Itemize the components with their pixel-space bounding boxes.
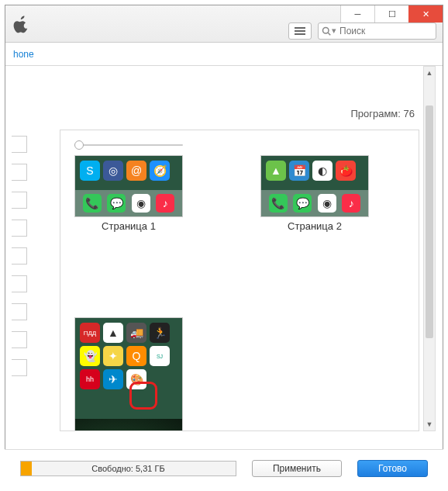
dock-chrome-icon[interactable]: ◉ [132,194,150,213]
page-1-label: Страница 1 [74,220,183,232]
app-highlight-marker [129,382,157,410]
tab-device[interactable]: hone [5,49,42,60]
scroll-up-icon[interactable]: ▲ [424,67,435,79]
svg-point-3 [323,27,329,33]
sidebar-item[interactable] [12,331,27,348]
app-window: ▾ ─ ☐ ✕ hone Программ: 76 [5,5,443,486]
sidebar-item[interactable] [12,136,27,153]
app-icon[interactable]: @ [126,161,146,181]
minimize-button[interactable]: ─ [340,5,374,22]
page-1[interactable]: S ◎ @ 🧭 📞 💬 ◉ ♪ Страница 1 [74,155,183,232]
apply-button[interactable]: Применить [252,460,342,477]
list-view-button[interactable] [288,22,312,40]
sidebar-item[interactable] [12,247,27,265]
app-icon[interactable]: Q [126,346,146,366]
app-icon[interactable]: ПДД [80,323,100,343]
svg-rect-0 [295,27,305,29]
sidebar-item[interactable] [12,303,27,320]
page-2-preview[interactable]: ▲ 📅 ◐ 🍅 📞 💬 ◉ ♪ [260,155,369,217]
apple-logo-icon [12,15,30,33]
dock-phone-icon[interactable]: 📞 [83,194,102,213]
dock-music-icon[interactable]: ♪ [156,194,174,213]
dock-phone-icon[interactable]: 📞 [269,194,288,213]
scroll-down-icon[interactable]: ▼ [424,418,435,430]
storage-bar: Свободно: 5,31 ГБ [20,461,236,476]
bottom-bar: Свободно: 5,31 ГБ Применить Готово [5,449,443,486]
sidebar-categories [12,136,27,387]
app-icon[interactable]: 🏃 [150,323,170,343]
app-icon[interactable]: 🚚 [126,323,146,343]
app-icon[interactable]: ✦ [103,346,123,366]
slider-track [74,144,183,146]
done-button[interactable]: Готово [357,460,428,477]
sidebar-item[interactable] [12,192,27,209]
search-field[interactable]: ▾ [318,22,436,40]
apps-count-label: Программ: 76 [350,108,415,119]
search-input[interactable] [339,26,432,36]
app-icon[interactable]: ◎ [103,161,123,181]
page-3-preview[interactable]: ПДД ▲ 🚚 🏃 👻 ✦ Q SJ hh ✈ 🎨 • ○ ○ ○ ○ [74,317,183,431]
page-2[interactable]: ▲ 📅 ◐ 🍅 📞 💬 ◉ ♪ Страница 2 [260,155,369,232]
svg-rect-2 [295,33,305,35]
tabs-row: hone [5,43,443,66]
app-icon[interactable]: 🍅 [336,161,356,181]
sidebar-item[interactable] [12,275,27,292]
vertical-scrollbar[interactable]: ▲ ▼ [423,66,436,431]
app-icon[interactable]: 📅 [289,161,309,181]
zoom-slider[interactable] [74,140,183,150]
sidebar-item[interactable] [12,359,27,376]
dock: 📞 💬 ◉ ♪ [75,190,182,216]
app-icon[interactable]: ▲ [266,161,286,181]
app-icon[interactable]: 👻 [80,346,100,366]
app-icon[interactable]: hh [80,369,100,389]
app-icon[interactable]: ✈ [103,369,123,389]
home-screen-panel: S ◎ @ 🧭 📞 💬 ◉ ♪ Страница 1 [60,130,419,431]
close-button[interactable]: ✕ [408,5,443,22]
dock-music-icon[interactable]: ♪ [342,194,360,213]
page-1-preview[interactable]: S ◎ @ 🧭 📞 💬 ◉ ♪ [74,155,183,217]
dock: 📞 💬 ◉ ♪ [261,190,368,216]
page-2-label: Страница 2 [260,220,369,232]
svg-line-4 [328,33,330,35]
page-3[interactable]: ПДД ▲ 🚚 🏃 👻 ✦ Q SJ hh ✈ 🎨 • ○ ○ ○ ○ [74,317,183,431]
search-dropdown-icon: ▾ [332,26,336,36]
app-icon[interactable]: 🧭 [150,161,170,181]
app-icon[interactable]: ▲ [103,323,123,343]
svg-rect-1 [295,30,305,32]
titlebar: ▾ ─ ☐ ✕ [5,5,443,43]
dock-messages-icon[interactable]: 💬 [293,194,312,213]
dock-chrome-icon[interactable]: ◉ [318,194,336,213]
app-icon[interactable]: S [80,161,100,181]
maximize-button[interactable]: ☐ [374,5,408,22]
scrollbar-thumb[interactable] [426,105,433,338]
app-icon[interactable]: SJ [150,346,170,366]
app-icon[interactable]: ◐ [312,161,333,181]
slider-thumb[interactable] [74,140,84,150]
storage-free-label: Свободно: 5,31 ГБ [21,464,236,473]
list-icon [295,27,305,35]
sidebar-item[interactable] [12,220,27,237]
dock-messages-icon[interactable]: 💬 [107,194,126,213]
search-icon [322,26,331,36]
wallpaper [75,419,182,431]
window-controls: ─ ☐ ✕ [340,5,443,22]
sidebar-item[interactable] [12,164,27,181]
pages-grid: S ◎ @ 🧭 📞 💬 ◉ ♪ Страница 1 [60,155,419,431]
